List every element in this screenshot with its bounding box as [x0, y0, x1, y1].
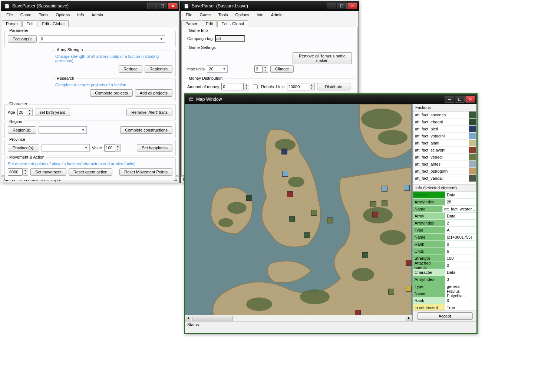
- movement-spinner[interactable]: ▲▼: [8, 168, 28, 176]
- spin-up-icon[interactable]: ▲: [27, 109, 32, 112]
- menu-tools[interactable]: Tools: [36, 12, 52, 18]
- tab-edit[interactable]: Edit: [202, 20, 217, 27]
- scroll-left-icon[interactable]: ◄: [185, 316, 191, 321]
- minimize-button[interactable]: ─: [445, 96, 454, 103]
- menu-game[interactable]: Game: [197, 12, 214, 18]
- map-marker[interactable]: [287, 191, 293, 197]
- info-row[interactable]: In settlementTrue: [413, 304, 476, 310]
- tab-edit-global[interactable]: Edit - Global: [217, 20, 248, 27]
- limit-spinner[interactable]: ▲▼: [287, 83, 315, 90]
- scrollbar-thumb[interactable]: [192, 316, 233, 321]
- info-row[interactable]: Rank0: [413, 241, 476, 248]
- menu-info[interactable]: Info: [254, 12, 266, 18]
- info-row[interactable]: ArrayIndex2: [413, 220, 476, 227]
- provinces-button[interactable]: Province(s):: [8, 144, 39, 152]
- info-row[interactable]: Units6: [413, 248, 476, 255]
- amount-spinner[interactable]: ▲▼: [221, 83, 249, 90]
- remove-alert-traits-button[interactable]: Remove 'Alert' traits: [126, 109, 172, 116]
- map-marker[interactable]: [282, 171, 288, 177]
- amount-input[interactable]: [221, 83, 244, 90]
- map-marker[interactable]: [289, 216, 295, 222]
- reset-movement-points-button[interactable]: Reset Movement Points: [119, 168, 172, 176]
- map-marker[interactable]: [382, 186, 387, 192]
- factions-list[interactable]: att_fact_saxonesatt_fact_ebdaniatt_fact_…: [413, 111, 476, 185]
- map-canvas[interactable]: [185, 104, 412, 315]
- info-row[interactable]: Attached agents0: [413, 262, 476, 269]
- faction-row[interactable]: att_fact_saxones: [413, 112, 476, 119]
- map-marker[interactable]: [362, 252, 368, 258]
- set-happiness-button[interactable]: Set happiness: [137, 144, 172, 152]
- replenish-button[interactable]: Replenish: [145, 65, 172, 73]
- rebels-checkbox[interactable]: [253, 84, 258, 89]
- map-marker[interactable]: [382, 200, 387, 206]
- tab-edit[interactable]: Edit: [22, 20, 37, 27]
- map-marker[interactable]: [388, 289, 394, 295]
- spin-down-icon[interactable]: ▼: [115, 148, 121, 151]
- map-marker[interactable]: [355, 310, 361, 315]
- menu-admin[interactable]: Admin: [268, 12, 286, 18]
- maximize-button[interactable]: ☐: [337, 3, 347, 9]
- spin-up-icon[interactable]: ▲: [23, 169, 28, 172]
- minimize-button[interactable]: ─: [327, 3, 336, 9]
- distribute-button[interactable]: Distribute: [317, 83, 350, 90]
- menu-admin[interactable]: Admin: [89, 12, 106, 18]
- reset-agent-action-button[interactable]: Reset agent action: [69, 168, 112, 176]
- info-row[interactable]: CharacterData: [413, 269, 476, 276]
- map-marker[interactable]: [372, 212, 378, 217]
- maximize-button[interactable]: ☐: [158, 3, 167, 9]
- map-marker[interactable]: [404, 185, 410, 191]
- reduce-button[interactable]: Reduce: [119, 65, 142, 73]
- spin-up-icon[interactable]: ▲: [309, 83, 314, 87]
- tab-parser[interactable]: Parser: [2, 20, 22, 27]
- provinces-combo[interactable]: ▼: [42, 144, 90, 152]
- spin-down-icon[interactable]: ▼: [309, 87, 314, 90]
- max-units-combo[interactable]: 20▼: [207, 65, 228, 73]
- map-marker[interactable]: [281, 149, 287, 155]
- close-button[interactable]: ✕: [347, 3, 357, 9]
- menu-tools[interactable]: Tools: [215, 12, 231, 18]
- accept-button[interactable]: Accept: [417, 312, 473, 320]
- faction-row[interactable]: att_fact_ebdani: [413, 119, 476, 126]
- regions-button[interactable]: Region(s):: [8, 126, 36, 134]
- set-movement-button[interactable]: Set movement: [30, 168, 66, 176]
- info-row[interactable]: Rank0: [413, 297, 476, 304]
- age-input[interactable]: [17, 109, 27, 116]
- map-marker[interactable]: [406, 286, 412, 292]
- spin-down-icon[interactable]: ▼: [244, 87, 249, 90]
- menu-options[interactable]: Options: [232, 12, 252, 18]
- faction-row[interactable]: att_fact_alani: [413, 140, 476, 147]
- menu-file[interactable]: File: [3, 12, 16, 18]
- tab-parser[interactable]: Parser: [181, 20, 201, 27]
- info-row[interactable]: FactionData: [413, 192, 476, 199]
- faction-row[interactable]: att_fact_picti: [413, 126, 476, 133]
- map-scrollbar-horizontal[interactable]: ◄ ►: [185, 315, 412, 321]
- complete-projects-button[interactable]: Complete projects: [90, 89, 133, 97]
- happiness-input[interactable]: [104, 144, 115, 152]
- info-row[interactable]: ArrayIndex3: [413, 276, 476, 283]
- info-row[interactable]: NameFlavius Eutychia...: [413, 290, 476, 297]
- faction-row[interactable]: att_fact_votadini: [413, 133, 476, 140]
- faction-row[interactable]: att_fact_antes: [413, 161, 476, 168]
- climate-cycles-input[interactable]: [254, 65, 263, 73]
- titlebar[interactable]: 🗔 Map Window ─ ☐ ✕: [185, 94, 476, 104]
- spin-up-icon[interactable]: ▲: [115, 144, 121, 148]
- spin-down-icon[interactable]: ▼: [27, 112, 32, 116]
- faction-row[interactable]: att_fact_ostrogothi: [413, 168, 476, 175]
- spin-down-icon[interactable]: ▼: [23, 172, 28, 175]
- spin-down-icon[interactable]: ▼: [263, 69, 268, 72]
- info-row[interactable]: Name[2140801755]: [413, 234, 476, 241]
- age-spinner[interactable]: ▲▼: [17, 109, 33, 116]
- close-button[interactable]: ✕: [465, 96, 475, 103]
- climate-button[interactable]: Climate: [270, 65, 294, 73]
- faction-row[interactable]: att_fact_vandali: [413, 175, 476, 182]
- faction-row[interactable]: att_fact_sclaveni: [413, 147, 476, 154]
- map-marker[interactable]: [311, 210, 317, 216]
- faction-button[interactable]: Faction(s):: [8, 35, 37, 43]
- menu-options[interactable]: Options: [53, 12, 73, 18]
- climate-cycles-spinner[interactable]: ▲▼: [254, 65, 268, 73]
- spin-up-icon[interactable]: ▲: [244, 83, 249, 87]
- menu-info[interactable]: Info: [74, 12, 87, 18]
- map-marker[interactable]: [304, 232, 310, 238]
- regions-combo[interactable]: ▼: [39, 126, 87, 134]
- info-row[interactable]: ArrayIndex28: [413, 199, 476, 206]
